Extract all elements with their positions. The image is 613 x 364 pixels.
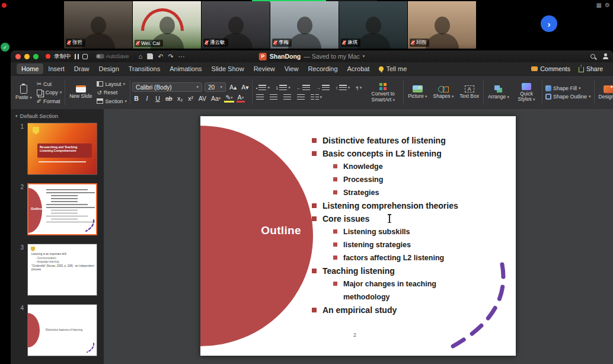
chevron-down-icon: ▾ xyxy=(15,114,18,119)
redo-icon[interactable]: ↷ xyxy=(168,53,173,60)
arrange-icon xyxy=(494,85,500,90)
save-icon[interactable] xyxy=(147,53,153,59)
slide-thumbnail-1[interactable]: Researching and Teaching Listening Compr… xyxy=(27,123,97,175)
increase-indent-button[interactable]: → xyxy=(314,84,331,92)
zoom-window-button[interactable] xyxy=(33,54,39,59)
columns-button[interactable]: ▾ xyxy=(309,94,324,101)
grow-font-button[interactable]: A▴ xyxy=(228,83,238,92)
designer-button[interactable]: Designer xyxy=(596,84,613,101)
shapes-button[interactable]: Shapes ▾ xyxy=(431,84,456,100)
font-color-button[interactable]: A▾ xyxy=(237,94,245,103)
change-case-button[interactable]: Aa▾ xyxy=(210,94,222,103)
share-button[interactable]: Share xyxy=(574,64,607,74)
new-slide-button[interactable]: New Slide xyxy=(67,84,94,100)
slide-bullet-list[interactable]: Distinctive features of listening Basic … xyxy=(312,134,507,317)
picture-button[interactable]: Picture ▾ xyxy=(406,84,429,100)
superscript-button[interactable]: x² xyxy=(187,94,195,103)
decrease-indent-button[interactable]: ← xyxy=(295,84,312,92)
slide-thumbnail-3[interactable]: Listening is an important skill - Commun… xyxy=(27,244,97,296)
bullet-square-icon xyxy=(312,216,317,221)
shrink-font-button[interactable]: A▾ xyxy=(240,83,250,92)
home-icon[interactable]: ⌂ xyxy=(139,53,143,60)
slide-thumbnail-2-selected[interactable]: Outline xyxy=(27,183,97,235)
paste-button[interactable]: Paste ▾ xyxy=(13,84,34,101)
pause-recording-icon[interactable] xyxy=(75,54,79,59)
section-header[interactable]: ▾ Default Section xyxy=(11,111,104,123)
participant-video-2[interactable]: Wei. Cai xyxy=(133,1,201,49)
reset-button[interactable]: ↺Reset xyxy=(95,89,128,97)
participant-video-6[interactable]: 邱煦 xyxy=(408,1,476,49)
tab-animations[interactable]: Animations xyxy=(165,63,206,74)
arrange-button[interactable]: Arrange ▾ xyxy=(486,84,512,101)
slide-thumb-row-4[interactable]: 4 Distinctive features of listening xyxy=(11,304,104,364)
format-painter-button[interactable]: ✐Format xyxy=(36,97,63,105)
participant-video-1[interactable]: 张哲 xyxy=(64,1,132,49)
tab-draw[interactable]: Draw xyxy=(69,63,94,74)
bullet-item: Listening comprehension theories xyxy=(312,199,507,212)
tab-insert[interactable]: Insert xyxy=(43,63,69,74)
section-button[interactable]: Section ▾ xyxy=(95,98,128,105)
slide-canvas[interactable]: Outline Distinctive features of listenin… xyxy=(104,109,613,364)
participant-video-5[interactable]: 康琪 xyxy=(339,1,407,49)
search-icon[interactable] xyxy=(590,54,595,59)
strikethrough-button[interactable]: ab xyxy=(164,94,174,103)
autosave-toggle[interactable]: AutoSave xyxy=(96,53,129,59)
font-name-select[interactable]: Calibri (Body)▾ xyxy=(132,82,202,92)
tab-transitions[interactable]: Transitions xyxy=(124,63,165,74)
participant-video-3[interactable]: 潘云敏 xyxy=(202,1,270,49)
more-commands-icon[interactable]: ⋯ xyxy=(178,53,185,60)
font-size-select[interactable]: 20▾ xyxy=(205,82,226,92)
character-spacing-button[interactable]: AV xyxy=(197,94,207,103)
titlebar[interactable]: 录制中 AutoSave ⌂ ↶ ↷ ⋯ P ShanDong — Saved … xyxy=(11,50,613,62)
copy-button[interactable]: Copy ▾ xyxy=(36,89,63,96)
next-participants-button[interactable]: › xyxy=(541,15,557,32)
align-center-button[interactable] xyxy=(268,94,279,101)
tell-me-button[interactable]: Tell me xyxy=(374,63,411,74)
numbering-button[interactable]: 1▾ xyxy=(274,84,292,92)
tab-acrobat[interactable]: Acrobat xyxy=(343,63,375,74)
slide-thumb-row-3[interactable]: 3 Listening is an important skill - Comm… xyxy=(11,244,104,304)
participant-video-4[interactable]: 李梅 xyxy=(270,1,339,49)
scissors-icon: ✂ xyxy=(37,81,41,87)
justify-button[interactable] xyxy=(295,94,306,101)
align-left-button[interactable] xyxy=(254,94,266,101)
minimize-window-button[interactable] xyxy=(24,54,30,59)
undo-icon[interactable]: ↶ xyxy=(158,53,163,60)
slide-thumb-row-2[interactable]: 2 Outline xyxy=(11,183,104,244)
quick-styles-button[interactable]: Quick Styles ▾ xyxy=(513,82,540,104)
bold-button[interactable]: B xyxy=(132,94,141,103)
close-window-button[interactable] xyxy=(15,54,21,59)
shape-outline-icon xyxy=(545,94,551,100)
shape-outline-button[interactable]: Shape Outline ▾ xyxy=(544,93,592,100)
slide-editing-surface[interactable]: Outline Distinctive features of listenin… xyxy=(200,116,516,356)
italic-button[interactable]: I xyxy=(143,94,151,103)
convert-to-smartart-button[interactable]: Convert to SmartArt ▾ xyxy=(365,81,401,104)
slide-thumbnail-4[interactable]: Distinctive features of listening xyxy=(27,304,97,356)
comments-button[interactable]: Comments xyxy=(527,64,574,74)
text-box-button[interactable]: A Text Box xyxy=(457,84,481,100)
cut-button[interactable]: ✂Cut xyxy=(36,80,63,88)
slide-thumbnail-panel[interactable]: ▾ Default Section 1 Researching and Teac… xyxy=(11,109,104,364)
text-direction-button[interactable]: ¶▾ xyxy=(354,85,363,91)
align-right-button[interactable] xyxy=(282,94,293,101)
bullet-square-icon xyxy=(333,256,337,260)
line-spacing-button[interactable]: ↕▾ xyxy=(334,84,352,92)
highlight-color-button[interactable]: ✎▾ xyxy=(224,94,234,103)
underline-button[interactable]: U xyxy=(154,94,162,103)
tab-recording[interactable]: Recording xyxy=(303,63,342,74)
thumb-subtitle-line xyxy=(39,161,86,162)
document-title[interactable]: P ShanDong — Saved to my Mac ▾ xyxy=(259,53,365,60)
tab-design[interactable]: Design xyxy=(94,63,124,74)
tab-view[interactable]: View xyxy=(280,63,304,74)
account-icon[interactable] xyxy=(602,53,608,59)
shape-fill-button[interactable]: Shape Fill ▾ xyxy=(544,85,592,92)
subscript-button[interactable]: x₂ xyxy=(176,94,184,103)
tab-home[interactable]: Home xyxy=(17,63,43,74)
tab-review[interactable]: Review xyxy=(249,63,280,74)
stop-recording-icon[interactable] xyxy=(82,54,88,59)
tab-slide-show[interactable]: Slide Show xyxy=(207,63,249,74)
slide-shape-title[interactable]: Outline xyxy=(257,224,305,237)
bullets-button[interactable]: •▾ xyxy=(254,84,272,92)
slide-thumb-row-1[interactable]: 1 Researching and Teaching Listening Com… xyxy=(11,123,104,183)
layout-button[interactable]: Layout ▾ xyxy=(95,81,128,88)
